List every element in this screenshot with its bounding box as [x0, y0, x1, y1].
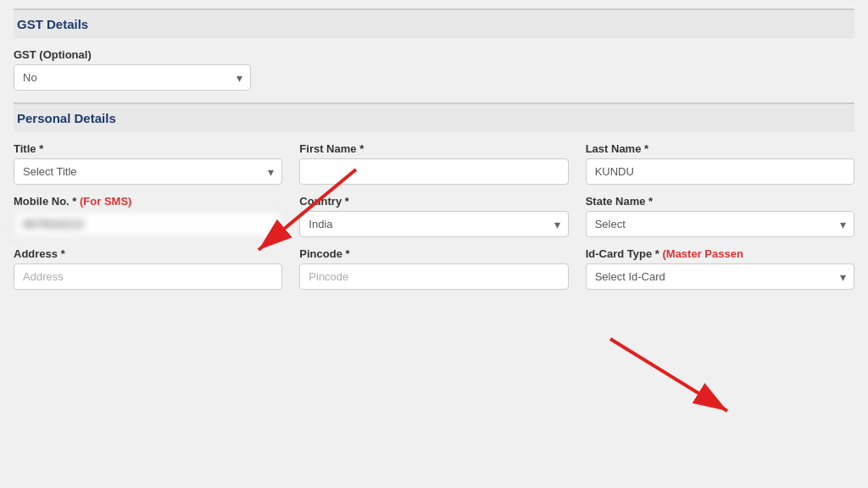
country-group: Country * India USA UK	[299, 195, 568, 237]
country-label: Country *	[299, 195, 568, 208]
first-name-input[interactable]	[299, 158, 568, 185]
gst-label: GST (Optional)	[14, 48, 854, 61]
mobile-input[interactable]	[14, 211, 282, 237]
mobile-required: *	[72, 195, 76, 208]
last-name-required: *	[644, 142, 648, 155]
idcard-group: Id-Card Type * (Master Passen Select Id-…	[586, 247, 854, 290]
title-required: *	[39, 142, 43, 155]
first-name-label: First Name *	[299, 142, 568, 155]
state-group: State Name * Select	[586, 195, 854, 237]
gst-select-wrapper: No Yes	[14, 64, 251, 91]
state-select[interactable]: Select	[586, 211, 854, 237]
idcard-select[interactable]: Select Id-Card	[586, 263, 854, 290]
state-label: State Name *	[586, 195, 854, 208]
pincode-required: *	[346, 247, 350, 260]
first-name-required: *	[359, 142, 364, 155]
gst-section: GST Details GST (Optional) No Yes	[14, 8, 854, 91]
gst-header-title: GST Details	[17, 17, 88, 31]
mobile-group: Mobile No. * (For SMS)	[14, 195, 282, 237]
mobile-label: Mobile No. * (For SMS)	[14, 195, 282, 208]
idcard-select-wrapper: Select Id-Card	[586, 263, 854, 290]
page-wrapper: GST Details GST (Optional) No Yes Person…	[0, 0, 868, 488]
personal-section: Personal Details Title * Select Title Mr…	[14, 103, 854, 290]
pincode-label: Pincode *	[299, 247, 568, 260]
pincode-group: Pincode *	[299, 247, 568, 290]
address-input[interactable]	[14, 263, 282, 290]
last-name-input[interactable]	[586, 158, 854, 185]
idcard-required: *	[655, 247, 659, 260]
country-required: *	[345, 195, 349, 208]
gst-section-header: GST Details	[14, 8, 854, 38]
gst-optional-group: GST (Optional) No Yes	[14, 48, 854, 91]
arrow-idcard	[610, 339, 727, 411]
state-select-wrapper: Select	[586, 211, 854, 237]
title-label: Title *	[14, 142, 282, 155]
country-select-wrapper: India USA UK	[299, 211, 568, 237]
master-note: (Master Passen	[662, 247, 743, 260]
pincode-input[interactable]	[299, 263, 568, 290]
sms-note: (For SMS)	[80, 195, 131, 208]
first-name-group: First Name *	[299, 142, 568, 185]
personal-details-grid: Title * Select Title Mr Mrs Ms Dr First	[14, 142, 854, 290]
title-select[interactable]: Select Title Mr Mrs Ms Dr	[14, 158, 282, 185]
idcard-label: Id-Card Type * (Master Passen	[586, 247, 854, 260]
address-required: *	[61, 247, 65, 260]
personal-header-title: Personal Details	[17, 111, 116, 125]
gst-select[interactable]: No Yes	[14, 64, 251, 91]
title-group: Title * Select Title Mr Mrs Ms Dr	[14, 142, 282, 185]
last-name-label: Last Name *	[586, 142, 854, 155]
address-group: Address *	[14, 247, 282, 290]
state-required: *	[648, 195, 653, 208]
title-select-wrapper: Select Title Mr Mrs Ms Dr	[14, 158, 282, 185]
address-label: Address *	[14, 247, 282, 260]
last-name-group: Last Name *	[586, 142, 854, 185]
country-select[interactable]: India USA UK	[299, 211, 568, 237]
personal-section-header: Personal Details	[14, 103, 854, 132]
